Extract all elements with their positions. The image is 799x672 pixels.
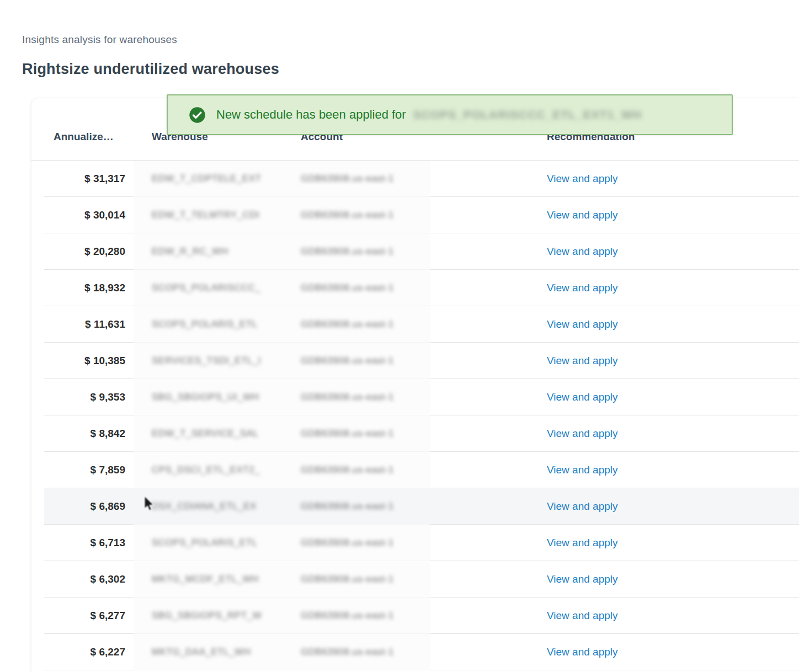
table-row[interactable]: $ 6,227 MKTG_DAA_ETL_WH GDB63908.us-east… [31,634,799,670]
account-name-redacted: GDB63908.us-east-1 [301,647,394,658]
toast-warehouse-name: SCOPS_POLARISCCC_ETL_EXT1_WH [413,108,642,121]
account-name-redacted: GDB63908.us-east-1 [301,392,394,403]
view-and-apply-link[interactable]: View and apply [547,428,618,440]
warehouse-name-redacted: EDW_R_RC_WH [152,246,228,257]
warehouse-cell: SCOPS_POLARIS_ETL [134,525,292,561]
column-header-annualized-cost: Annualize… [44,131,134,160]
page-title: Rightsize underutilized warehouses [22,61,279,78]
account-cell: GDB63908.us-east-1 [292,306,430,343]
warehouse-name-redacted: SERVICES_TSDI_ETL_I [152,355,261,366]
account-cell: GDB63908.us-east-1 [292,270,430,306]
annualized-cost-cell: $ 6,227 [44,634,134,670]
view-and-apply-link[interactable]: View and apply [547,500,618,513]
view-and-apply-link[interactable]: View and apply [547,573,618,585]
view-and-apply-link[interactable]: View and apply [547,610,618,622]
view-and-apply-link[interactable]: View and apply [547,464,618,476]
account-name-redacted: GDB63908.us-east-1 [301,465,394,476]
warehouse-table-card: Annualize… Warehouse Account Recommendat… [31,98,799,672]
annualized-cost-cell: $ 6,869 [44,488,134,525]
annualized-cost-cell: $ 7,859 [44,452,134,488]
warehouse-name-redacted: SCOPS_POLARISCCC_ [152,282,260,294]
recommendation-cell: View and apply [430,634,799,670]
recommendation-cell: View and apply [430,161,799,197]
table-row[interactable]: $ 6,302 MKTG_MCDF_ETL_WH GDB63908.us-eas… [31,561,799,598]
warehouse-name-redacted: SCOPS_POLARIS_ETL [152,537,258,548]
account-name-redacted: GDB63908.us-east-1 [301,319,394,330]
warehouse-name-redacted: DSX_CDIANA_ETL_EX [152,501,257,512]
table-row[interactable]: $ 9,353 SBG_SBGIOPS_UI_WH GDB63908.us-ea… [31,379,799,415]
table-row[interactable]: $ 6,277 SBG_SBGIOPS_RPT_W GDB63908.us-ea… [31,598,799,634]
warehouse-cell: EDW_R_RC_WH [134,233,292,270]
annualized-cost-cell: $ 30,014 [44,197,134,233]
view-and-apply-link[interactable]: View and apply [547,318,618,330]
table-row[interactable]: $ 7,859 CPS_DSCI_ETL_EXT2_ GDB63908.us-e… [31,452,799,488]
warehouse-cell: EDW_T_TELMTRY_CDI [134,197,292,233]
recommendation-cell: View and apply [430,525,799,561]
warehouse-name-redacted: SCOPS_POLARIS_ETL [152,319,258,330]
account-cell: GDB63908.us-east-1 [292,233,430,270]
warehouse-name-redacted: SBG_SBGIOPS_UI_WH [152,392,259,403]
view-and-apply-link[interactable]: View and apply [547,282,618,294]
account-name-redacted: GDB63908.us-east-1 [301,173,394,184]
account-cell: GDB63908.us-east-1 [292,343,430,379]
table-row[interactable]: $ 30,014 EDW_T_TELMTRY_CDI GDB63908.us-e… [31,197,799,233]
annualized-cost-cell: $ 8,842 [44,415,134,452]
table-row[interactable]: $ 11,631 SCOPS_POLARIS_ETL GDB63908.us-e… [31,306,799,343]
recommendation-cell: View and apply [430,598,799,634]
recommendation-cell: View and apply [430,270,799,306]
warehouse-name-redacted: EDW_T_SERVICE_SAL [152,428,258,439]
account-name-redacted: GDB63908.us-east-1 [301,574,394,585]
account-cell: GDB63908.us-east-1 [292,415,430,452]
recommendation-cell: View and apply [430,488,799,525]
warehouse-cell: SCOPS_POLARISCCC_ [134,270,292,306]
account-cell: GDB63908.us-east-1 [292,561,430,598]
table-body: $ 31,317 EDW_T_CDPTELE_EXT GDB63908.us-e… [31,161,799,670]
success-toast: New schedule has been applied for SCOPS_… [167,94,733,135]
check-circle-icon [189,106,206,124]
account-name-redacted: GDB63908.us-east-1 [301,610,394,621]
recommendation-cell: View and apply [430,561,799,598]
account-name-redacted: GDB63908.us-east-1 [301,246,394,257]
view-and-apply-link[interactable]: View and apply [547,355,618,367]
account-cell: GDB63908.us-east-1 [292,598,430,634]
table-row[interactable]: $ 8,842 EDW_T_SERVICE_SAL GDB63908.us-ea… [31,415,799,452]
view-and-apply-link[interactable]: View and apply [547,537,618,549]
view-and-apply-link[interactable]: View and apply [547,209,618,221]
account-name-redacted: GDB63908.us-east-1 [301,355,394,366]
annualized-cost-cell: $ 11,631 [44,306,134,343]
account-name-redacted: GDB63908.us-east-1 [301,282,394,294]
warehouse-cell: SBG_SBGIOPS_RPT_W [134,598,292,634]
recommendation-cell: View and apply [430,415,799,452]
account-cell: GDB63908.us-east-1 [292,452,430,488]
view-and-apply-link[interactable]: View and apply [547,646,618,658]
account-name-redacted: GDB63908.us-east-1 [301,537,394,548]
account-cell: GDB63908.us-east-1 [292,197,430,233]
table-row[interactable]: $ 20,280 EDW_R_RC_WH GDB63908.us-east-1 … [31,233,799,270]
recommendation-cell: View and apply [430,197,799,233]
account-cell: GDB63908.us-east-1 [292,379,430,415]
warehouse-name-redacted: MKTG_DAA_ETL_WH [152,647,251,658]
table-row[interactable]: $ 18,932 SCOPS_POLARISCCC_ GDB63908.us-e… [31,270,799,306]
annualized-cost-cell: $ 31,317 [44,161,134,197]
warehouse-cell: DSX_CDIANA_ETL_EX [134,488,292,525]
warehouse-name-redacted: EDW_T_CDPTELE_EXT [152,173,261,184]
account-cell: GDB63908.us-east-1 [292,634,430,670]
account-cell: GDB63908.us-east-1 [292,525,430,561]
annualized-cost-cell: $ 6,302 [44,561,134,598]
warehouse-cell: MKTG_DAA_ETL_WH [134,634,292,670]
table-row[interactable]: $ 10,385 SERVICES_TSDI_ETL_I GDB63908.us… [31,343,799,379]
account-cell: GDB63908.us-east-1 [292,161,430,197]
table-row[interactable]: $ 6,713 SCOPS_POLARIS_ETL GDB63908.us-ea… [31,525,799,561]
warehouse-name-redacted: EDW_T_TELMTRY_CDI [152,210,259,221]
view-and-apply-link[interactable]: View and apply [547,173,618,185]
toast-message: New schedule has been applied for [216,108,406,122]
mouse-cursor [143,495,156,512]
recommendation-cell: View and apply [430,379,799,415]
table-row[interactable]: $ 31,317 EDW_T_CDPTELE_EXT GDB63908.us-e… [31,161,799,197]
view-and-apply-link[interactable]: View and apply [547,391,618,403]
warehouse-cell: EDW_T_SERVICE_SAL [134,415,292,452]
annualized-cost-cell: $ 18,932 [44,270,134,306]
recommendation-cell: View and apply [430,233,799,270]
view-and-apply-link[interactable]: View and apply [547,246,618,258]
account-cell: GDB63908.us-east-1 [292,488,430,525]
